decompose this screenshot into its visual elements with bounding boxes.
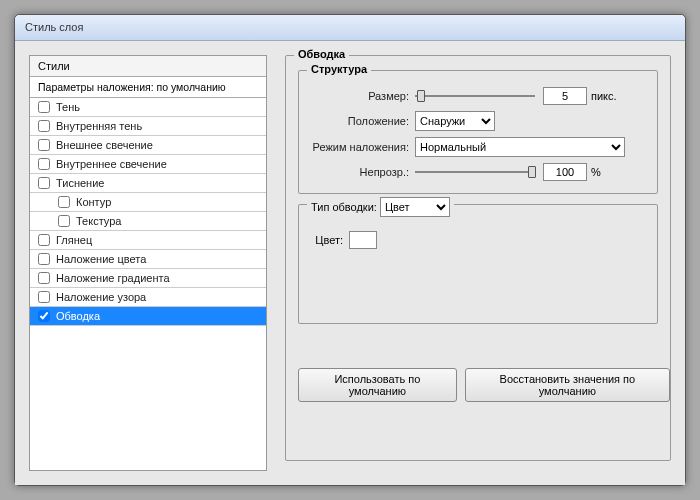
style-item-2[interactable]: Внешнее свечение xyxy=(30,136,266,155)
reset-default-button[interactable]: Восстановить значения по умолчанию xyxy=(465,368,670,402)
styles-header[interactable]: Стили xyxy=(30,56,266,77)
style-item-10[interactable]: Наложение узора xyxy=(30,288,266,307)
color-swatch[interactable] xyxy=(349,231,377,249)
opacity-input[interactable] xyxy=(543,163,587,181)
style-item-label: Наложение цвета xyxy=(56,253,146,265)
style-checkbox[interactable] xyxy=(38,158,50,170)
style-item-1[interactable]: Внутренняя тень xyxy=(30,117,266,136)
stroke-panel: Обводка Структура Размер: пикс. Положени… xyxy=(285,55,671,461)
title-bar: Стиль слоя xyxy=(15,15,685,41)
style-item-8[interactable]: Наложение цвета xyxy=(30,250,266,269)
style-item-9[interactable]: Наложение градиента xyxy=(30,269,266,288)
style-checkbox[interactable] xyxy=(38,139,50,151)
style-item-label: Наложение узора xyxy=(56,291,146,303)
style-checkbox[interactable] xyxy=(38,310,50,322)
blend-mode-label: Режим наложения: xyxy=(309,141,415,153)
style-item-label: Внутреннее свечение xyxy=(56,158,167,170)
style-checkbox[interactable] xyxy=(38,177,50,189)
stroke-type-label: Тип обводки: xyxy=(311,201,377,213)
style-item-label: Тень xyxy=(56,101,80,113)
style-checkbox[interactable] xyxy=(38,101,50,113)
style-checkbox[interactable] xyxy=(38,120,50,132)
style-item-7[interactable]: Глянец xyxy=(30,231,266,250)
style-item-label: Обводка xyxy=(56,310,100,322)
stroke-type-select[interactable]: Цвет xyxy=(380,197,450,217)
style-item-0[interactable]: Тень xyxy=(30,98,266,117)
blend-mode-select[interactable]: Нормальный xyxy=(415,137,625,157)
stroke-panel-title: Обводка xyxy=(294,48,349,60)
position-label: Положение: xyxy=(309,115,415,127)
style-item-3[interactable]: Внутреннее свечение xyxy=(30,155,266,174)
size-input[interactable] xyxy=(543,87,587,105)
style-item-label: Текстура xyxy=(76,215,121,227)
make-default-button[interactable]: Использовать по умолчанию xyxy=(298,368,457,402)
style-checkbox[interactable] xyxy=(58,215,70,227)
color-label: Цвет: xyxy=(309,234,349,246)
fill-type-group: Тип обводки: Цвет Цвет: xyxy=(298,204,658,324)
opacity-slider[interactable] xyxy=(415,171,535,173)
layer-style-dialog: Стиль слоя Стили Параметры наложения: по… xyxy=(14,14,686,486)
blending-options-row[interactable]: Параметры наложения: по умолчанию xyxy=(30,77,266,98)
opacity-label: Непрозр.: xyxy=(309,166,415,178)
size-label: Размер: xyxy=(309,90,415,102)
style-item-6[interactable]: Текстура xyxy=(30,212,266,231)
size-unit: пикс. xyxy=(591,90,617,102)
opacity-unit: % xyxy=(591,166,601,178)
style-item-11[interactable]: Обводка xyxy=(30,307,266,326)
structure-group: Структура Размер: пикс. Положение: Снару… xyxy=(298,70,658,194)
style-item-label: Тиснение xyxy=(56,177,104,189)
style-checkbox[interactable] xyxy=(38,253,50,265)
size-slider[interactable] xyxy=(415,95,535,97)
style-item-5[interactable]: Контур xyxy=(30,193,266,212)
style-checkbox[interactable] xyxy=(38,234,50,246)
stroke-settings: Обводка Структура Размер: пикс. Положени… xyxy=(285,55,671,471)
style-item-label: Наложение градиента xyxy=(56,272,170,284)
style-checkbox[interactable] xyxy=(38,291,50,303)
structure-title: Структура xyxy=(307,63,371,75)
style-item-label: Контур xyxy=(76,196,111,208)
style-item-label: Глянец xyxy=(56,234,92,246)
style-item-4[interactable]: Тиснение xyxy=(30,174,266,193)
position-select[interactable]: Снаружи xyxy=(415,111,495,131)
styles-list: Стили Параметры наложения: по умолчанию … xyxy=(29,55,267,471)
style-checkbox[interactable] xyxy=(58,196,70,208)
style-item-label: Внешнее свечение xyxy=(56,139,153,151)
window-title: Стиль слоя xyxy=(25,21,83,33)
fill-type-legend: Тип обводки: Цвет xyxy=(307,197,454,217)
style-checkbox[interactable] xyxy=(38,272,50,284)
style-item-label: Внутренняя тень xyxy=(56,120,142,132)
